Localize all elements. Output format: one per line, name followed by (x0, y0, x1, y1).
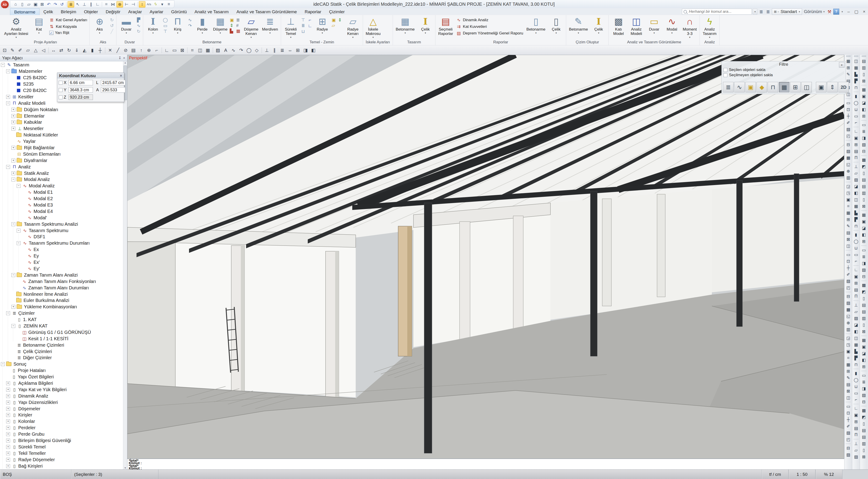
report-strip-tool-icon[interactable]: ⊞ (861, 363, 867, 370)
layer-back-icon[interactable]: ≣ (765, 9, 771, 14)
search-input[interactable] (688, 9, 750, 14)
view-select[interactable]: Görünüm▾ (803, 9, 826, 14)
iskele-makrosu-button[interactable]: △İskeleMakrosu▾ (364, 15, 382, 40)
report-strip-tool-icon[interactable]: ≣ (861, 379, 867, 385)
edit-strip-tool-icon[interactable]: ⊟ (845, 445, 851, 451)
edit-strip-tool-icon[interactable]: ✐ (845, 423, 851, 429)
object-strip-tool-icon[interactable]: ▣ (853, 273, 859, 280)
kat-kuvvetleri-button[interactable]: ⇉Kat Kuvvetleri (456, 24, 523, 29)
perp-tool-icon[interactable]: ⊥ (263, 47, 271, 54)
report-strip-tool-icon[interactable]: ▩ (861, 157, 867, 163)
image-icon[interactable]: ▨ (214, 47, 222, 54)
object-strip-tool-icon[interactable]: ▣ (853, 412, 859, 418)
object-strip-tool-icon[interactable]: ∟ (853, 128, 859, 135)
edit-strip-tool-icon[interactable]: ◲ (845, 335, 851, 341)
object-strip-tool-icon[interactable]: ⊥ (853, 440, 859, 447)
offset-icon[interactable]: ⌐ (153, 47, 160, 54)
object-strip-tool-icon[interactable]: ◫ (853, 335, 859, 341)
tree-item-kesit-1-1-1-kesi-ti[interactable]: ◫Kesit 1 / 1-1 KESİTİ (1, 336, 123, 342)
tree-item-yap-kat-ve-y-k-bilgileri[interactable]: +▯Yapı Kat ve Yük Bilgileri (1, 386, 123, 393)
kat-kopyala-button[interactable]: ⇅Kat Kopyala (49, 24, 87, 29)
expand-icon[interactable]: + (6, 445, 10, 449)
tree-item-sonu[interactable]: −Sonuç (1, 361, 123, 368)
object-strip-tool-icon[interactable]: ▤ (853, 425, 859, 432)
coord-y-input[interactable]: 3648.3 cm (68, 87, 93, 93)
circle-icon[interactable]: ◯ (245, 47, 253, 54)
expand-icon[interactable]: + (6, 401, 10, 404)
tree-item-yap-d-zensizlikleri[interactable]: +▯Yapı Düzensizlikleri (1, 399, 123, 406)
tree-item-modal-e2[interactable]: ∿Modal E2 (1, 196, 123, 202)
tree-item-perde-grubu[interactable]: +▯Perde Grubu (1, 431, 123, 438)
report-strip-tool-icon[interactable]: ⊞ (861, 238, 867, 245)
tree-item-ex[interactable]: ∿Ex' (1, 259, 123, 266)
tab-betonarme[interactable]: Betonarme (10, 8, 39, 15)
radye-kenari-button[interactable]: ▱RadyeKenarı▾ (344, 15, 362, 40)
coordinate-box-close-icon[interactable]: × (120, 73, 122, 78)
tree-item-perdeler[interactable]: +▯Perdeler (1, 425, 123, 431)
kati-model-button[interactable]: ▩KatıModel (610, 15, 627, 40)
tree-item-zaman-tan-m-alan-analizi[interactable]: −Zaman Tanım Alanı Analizi (1, 272, 123, 278)
report-strip-tool-icon[interactable]: ◧ (861, 357, 867, 363)
tree-item-rijit-ba-lant-lar[interactable]: +Rijit Bağlantılar (1, 145, 123, 151)
report-strip-tool-icon[interactable]: ▯ (861, 420, 867, 427)
compass-icon[interactable]: △ (32, 47, 39, 54)
report-strip-tool-icon[interactable]: ▤ (861, 308, 867, 315)
small-tool-icon[interactable]: ▙ (230, 29, 235, 33)
edit-strip-tool-icon[interactable]: ▭ (845, 403, 851, 410)
tab-birle-im[interactable]: Birleşim (57, 8, 80, 15)
tree-item-mesnetler[interactable]: +⊥Mesnetler (1, 126, 123, 132)
tab-g-r-nt[interactable]: Görüntü (167, 8, 191, 15)
scroll-up-icon[interactable]: ▲ (124, 61, 126, 64)
sketch-icon[interactable]: ✐ (17, 47, 24, 54)
report-strip-tool-icon[interactable]: ▥ (861, 64, 867, 71)
expand-icon[interactable]: + (11, 108, 15, 111)
analiz-tasarim-button[interactable]: ϟAnalizTasarım▾ (701, 15, 718, 40)
object-strip-tool-icon[interactable]: ▣ (853, 135, 859, 141)
small-tool-icon[interactable]: ▛ (137, 18, 141, 22)
tab-raporlar[interactable]: Raporlar (301, 8, 325, 15)
collapse-icon[interactable]: − (17, 241, 21, 245)
filter-close-icon[interactable]: × (839, 62, 844, 68)
collapse-icon[interactable]: − (11, 273, 15, 277)
tree-item-radye-d-emeler[interactable]: +▯Radye Döşemeler (1, 456, 123, 463)
edit-strip-tool-icon[interactable]: ┼ (845, 416, 851, 423)
detail-icon[interactable]: ◧ (310, 47, 317, 54)
report-strip-tool-icon[interactable]: ≣ (861, 253, 867, 260)
report-strip-tool-icon[interactable]: ▭ (861, 247, 867, 253)
expand-icon[interactable]: + (6, 394, 10, 398)
save-all-icon[interactable]: ⊠ (39, 1, 45, 7)
app-logo-icon[interactable]: AD (0, 0, 9, 9)
tree-item-tasar-m[interactable]: −✎Tasarım (1, 62, 123, 68)
revert-icon[interactable]: ↺ (59, 1, 65, 7)
layer-settings-icon[interactable]: ⚒ (827, 9, 832, 14)
tree-item-modal-e4[interactable]: ∿Modal E4 (1, 208, 123, 215)
layers-icon[interactable]: ▤ (130, 47, 137, 54)
tree-item-dinamik-analiz[interactable]: +▯Dinamik Analiz (1, 393, 123, 399)
note-icon[interactable]: ▱ (24, 47, 32, 54)
tab-elik[interactable]: Çelik (39, 8, 57, 15)
style-select[interactable]: ⊠ ▫ Standart▾ (772, 8, 802, 15)
report-strip-tool-icon[interactable]: ▯ (861, 170, 867, 177)
viewport-3d[interactable]: Perspektif (127, 55, 844, 459)
tab-objeler[interactable]: Objeler (80, 8, 102, 15)
tree-item-statik-analiz[interactable]: +Statik Analiz (1, 170, 123, 177)
command-line-area[interactable]: *İptal*Komut :*İptal*Komut : (127, 459, 844, 470)
edit-strip-tool-icon[interactable]: ✐ (845, 119, 851, 126)
object-strip-tool-icon[interactable]: ▮ (853, 93, 859, 99)
report-strip-tool-icon[interactable]: ≣ (861, 128, 867, 135)
report-strip-tool-icon[interactable]: ◧ (861, 231, 867, 238)
report-strip-tool-icon[interactable]: ▤ (861, 427, 867, 434)
home-icon[interactable]: ⌂ (12, 1, 19, 7)
tree-item-s-rekli-temel[interactable]: +▯Sürekli Temel (1, 444, 123, 450)
edit-strip-tool-icon[interactable]: ⊡ (845, 258, 851, 264)
tree-item-tekil-temeller[interactable]: +▯Tekil Temeller (1, 450, 123, 456)
expand-icon[interactable]: + (11, 305, 15, 309)
edit-strip-tool-icon[interactable]: ⌗ (845, 355, 851, 361)
end-snap-icon[interactable]: ⊣ (130, 1, 136, 7)
coord-z-checkbox[interactable] (59, 95, 63, 99)
edit-strip-tool-icon[interactable]: ▧ (845, 429, 851, 436)
report-strip-tool-icon[interactable]: ▤ (861, 434, 867, 440)
tab-de-i-tir[interactable]: Değiştir (102, 8, 124, 15)
collapse-icon[interactable]: − (11, 222, 15, 226)
mid-snap-icon[interactable]: ⊢ (124, 1, 130, 7)
